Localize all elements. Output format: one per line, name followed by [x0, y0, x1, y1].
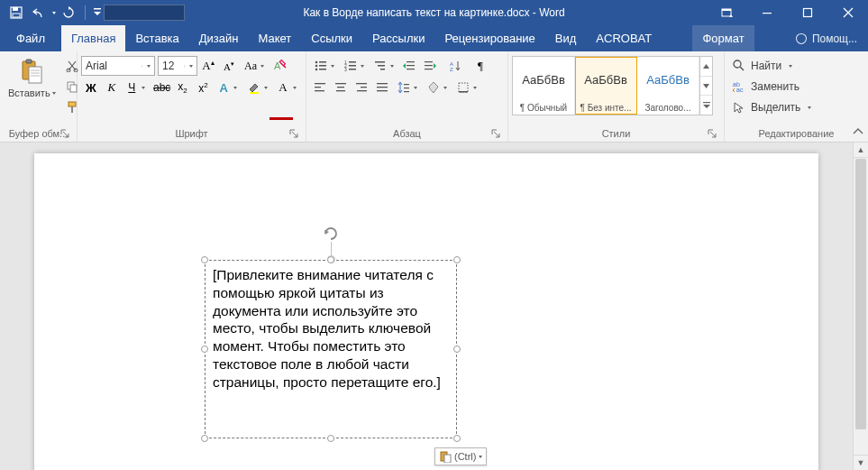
clipboard-dialog-launcher[interactable] — [59, 127, 71, 140]
multilevel-list-button[interactable] — [370, 56, 398, 76]
maximize-button[interactable] — [787, 0, 827, 25]
styles-dialog-launcher[interactable] — [706, 127, 718, 140]
save-button[interactable] — [5, 2, 27, 23]
rotate-handle-icon[interactable] — [322, 225, 340, 243]
undo-button[interactable] — [29, 2, 50, 23]
resize-handle-r[interactable] — [453, 346, 461, 353]
style-no-spacing[interactable]: АаБбВв ¶ Без инте... — [575, 57, 637, 115]
scroll-thumb[interactable] — [855, 159, 866, 429]
tab-references[interactable]: Ссылки — [301, 25, 362, 51]
tab-mailings[interactable]: Рассылки — [362, 25, 434, 51]
paste-button[interactable]: Вставить — [4, 54, 60, 126]
svg-rect-41 — [425, 61, 433, 62]
chevron-down-icon — [147, 65, 151, 68]
paste-options-smart-tag[interactable]: (Ctrl) — [434, 447, 487, 465]
align-center-button[interactable] — [331, 78, 351, 97]
strikethrough-button[interactable]: abc — [152, 78, 172, 97]
tab-review[interactable]: Рецензирование — [434, 25, 544, 51]
font-size-combo[interactable]: 12 — [158, 56, 197, 76]
paragraph-dialog-launcher[interactable] — [489, 127, 502, 140]
gallery-more-button[interactable] — [700, 96, 712, 115]
style-normal[interactable]: АаБбВв ¶ Обычный — [513, 57, 575, 115]
collapse-ribbon-button[interactable] — [850, 124, 866, 140]
resize-handle-t[interactable] — [327, 256, 334, 263]
grow-font-button[interactable]: A▴ — [198, 56, 218, 76]
svg-rect-53 — [361, 87, 367, 88]
font-dialog-launcher[interactable] — [288, 127, 300, 140]
vertical-scrollbar[interactable]: ▲ ▼ — [853, 143, 868, 470]
window-title: Как в Ворде написать текст на картинке.d… — [303, 6, 564, 19]
tab-format[interactable]: Формат — [692, 25, 754, 51]
shrink-font-button[interactable]: A▾ — [219, 56, 239, 76]
resize-handle-br[interactable] — [453, 435, 461, 442]
tab-acrobat[interactable]: ACROBAT — [586, 25, 662, 51]
italic-button[interactable]: К — [102, 78, 122, 97]
svg-rect-26 — [319, 65, 326, 67]
find-button[interactable]: Найти — [728, 56, 864, 76]
justify-button[interactable] — [372, 78, 392, 97]
svg-rect-18 — [69, 102, 76, 106]
redo-button[interactable] — [58, 2, 79, 23]
text-box[interactable]: [Привлеките внимание читателя с помощью … — [205, 260, 457, 438]
borders-button[interactable] — [452, 78, 481, 97]
sort-button[interactable]: AZ — [441, 56, 470, 76]
tab-home[interactable]: Главная — [61, 25, 125, 51]
svg-rect-51 — [336, 90, 345, 91]
change-case-button[interactable]: Aa — [240, 56, 269, 76]
superscript-button[interactable]: x2 — [194, 78, 214, 97]
bullets-button[interactable] — [310, 56, 339, 76]
svg-rect-36 — [378, 65, 385, 67]
text-box-content[interactable]: [Привлеките внимание читателя с помощью … — [213, 266, 449, 392]
group-font: Arial 12 A▴ A▾ Aa A Ж К Ч abc x2 x2 A — [78, 51, 306, 142]
increase-indent-button[interactable] — [420, 56, 440, 76]
qat-customize-button[interactable] — [91, 2, 104, 23]
undo-dropdown-icon[interactable] — [52, 12, 56, 14]
svg-rect-47 — [315, 87, 321, 88]
close-button[interactable] — [827, 0, 868, 25]
subscript-button[interactable]: x2 — [173, 78, 193, 97]
gallery-down-button[interactable] — [700, 77, 712, 97]
account-area[interactable] — [104, 5, 185, 21]
select-icon — [733, 101, 745, 114]
svg-rect-5 — [722, 9, 731, 11]
align-left-button[interactable] — [310, 78, 330, 97]
tab-insert[interactable]: Вставка — [125, 25, 188, 51]
resize-handle-l[interactable] — [201, 346, 208, 353]
resize-handle-tl[interactable] — [201, 256, 208, 263]
tab-design[interactable]: Дизайн — [189, 25, 249, 51]
ribbon-options-button[interactable] — [706, 0, 746, 25]
tell-me-search[interactable]: Помощ... — [785, 25, 868, 51]
bold-button[interactable]: Ж — [81, 78, 101, 97]
scroll-down-button[interactable]: ▼ — [854, 455, 868, 470]
style-heading1[interactable]: АаБбВв Заголово... — [637, 57, 699, 115]
replace-button[interactable]: abac Заменить — [728, 77, 864, 97]
document-scroll[interactable]: [Привлеките внимание читателя с помощью … — [0, 143, 853, 470]
svg-rect-56 — [377, 87, 388, 88]
resize-handle-b[interactable] — [327, 435, 334, 442]
title-bar: Как в Ворде написать текст на картинке.d… — [0, 0, 868, 25]
clear-formatting-button[interactable]: A — [270, 56, 289, 76]
text-effects-button[interactable]: A — [214, 78, 242, 97]
tab-view[interactable]: Вид — [545, 25, 587, 51]
shading-button[interactable] — [423, 78, 452, 97]
gallery-up-button[interactable] — [700, 57, 712, 77]
scroll-up-button[interactable]: ▲ — [854, 143, 868, 158]
tab-layout[interactable]: Макет — [248, 25, 301, 51]
resize-handle-bl[interactable] — [201, 435, 208, 442]
show-marks-button[interactable]: ¶ — [471, 56, 490, 76]
numbering-button[interactable]: 123 — [340, 56, 369, 76]
svg-rect-3 — [94, 8, 101, 10]
line-spacing-button[interactable] — [393, 78, 422, 97]
page[interactable]: [Привлеките внимание читателя с помощью … — [34, 153, 818, 470]
resize-handle-tr[interactable] — [453, 256, 461, 263]
align-right-button[interactable] — [352, 78, 371, 97]
tab-file[interactable]: Файл — [0, 25, 61, 51]
paste-label: Вставить — [8, 88, 50, 98]
font-color-button[interactable]: A — [273, 78, 302, 97]
font-name-combo[interactable]: Arial — [81, 56, 155, 76]
underline-button[interactable]: Ч — [123, 78, 151, 97]
minimize-button[interactable] — [746, 0, 787, 25]
select-button[interactable]: Выделить — [728, 97, 864, 117]
decrease-indent-button[interactable] — [399, 56, 419, 76]
highlight-button[interactable] — [243, 78, 272, 97]
